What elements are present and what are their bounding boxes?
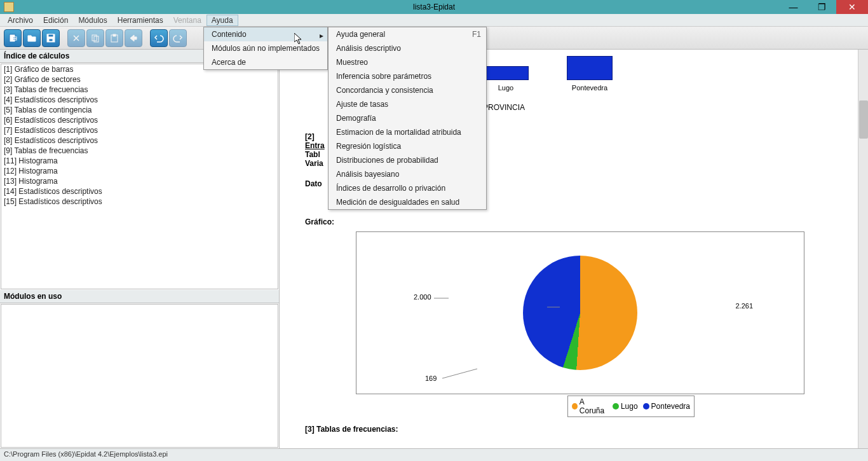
bar-lugo: [483, 66, 529, 80]
pie-chart-box: 2.000 2.261 169: [356, 231, 804, 394]
svg-line-11: [442, 369, 477, 378]
grafico-label: Gráfico:: [305, 217, 855, 226]
submenu-item[interactable]: Inferencia sobre parámetros: [329, 69, 486, 83]
pie-chart: [523, 256, 637, 370]
index-list[interactable]: [1] Gráfico de barras [2] Gráfico de sec…: [1, 64, 278, 289]
bar-label: Pontevedra: [572, 84, 607, 92]
scrollbar-thumb[interactable]: [859, 100, 868, 139]
submenu-item[interactable]: Distribuciones de probabilidad: [329, 153, 486, 167]
list-item[interactable]: [12] Histograma: [1, 166, 278, 176]
svg-rect-8: [113, 34, 116, 36]
legend-swatch-icon: [643, 403, 649, 409]
menu-herramientas[interactable]: Herramientas: [112, 15, 168, 26]
menu-ventana[interactable]: Ventana: [168, 15, 207, 26]
list-item[interactable]: [6] Estadísticos descriptivos: [1, 115, 278, 125]
pie-value-right: 2.261: [735, 302, 753, 310]
help-menu-dropdown: Contenido ▸ Módulos aún no implementados…: [203, 27, 328, 70]
pie-value-left: 2.000: [414, 293, 431, 301]
list-item[interactable]: [4] Estadísticos descriptivos: [1, 95, 278, 105]
left-panel: Índice de cálculos [1] Gráfico de barras…: [0, 50, 280, 448]
list-item[interactable]: [7] Estadísticos descriptivos: [1, 125, 278, 135]
menu-edicion[interactable]: Edición: [38, 15, 73, 26]
menu-ayuda[interactable]: Ayuda: [207, 15, 238, 26]
bar-label: Lugo: [498, 84, 513, 92]
list-item[interactable]: [8] Estadísticos descriptivos: [1, 135, 278, 146]
section-3-head: [3] Tablas de frecuencias:: [305, 425, 855, 434]
window-controls: — ❐ ✕: [779, 0, 868, 14]
vertical-scrollbar[interactable]: [858, 50, 868, 448]
modules-box[interactable]: [1, 304, 278, 448]
list-item[interactable]: [2] Gráfico de sectores: [1, 74, 278, 85]
svg-rect-4: [49, 39, 53, 41]
save-button[interactable]: [42, 29, 60, 47]
list-item[interactable]: [11] Histograma: [1, 156, 278, 166]
submenu-item[interactable]: Concordancia y consistencia: [329, 83, 486, 97]
list-item[interactable]: [9] Tablas de frecuencias: [1, 146, 278, 156]
menu-bar: Archivo Edición Módulos Herramientas Ven…: [0, 14, 868, 27]
list-item[interactable]: [5] Tablas de contingencia: [1, 105, 278, 115]
minimize-button[interactable]: —: [779, 0, 808, 14]
menu-item-modulos-no-impl[interactable]: Módulos aún no implementados: [204, 41, 327, 55]
list-item[interactable]: [3] Tablas de frecuencias: [1, 85, 278, 95]
copy-button[interactable]: [86, 29, 104, 47]
status-bar: C:\Program Files (x86)\Epidat 4.2\Ejempl…: [0, 448, 868, 461]
submenu-item[interactable]: Estimacion de la mortalidad atribuida: [329, 125, 486, 139]
submenu-item[interactable]: Demografía: [329, 111, 486, 125]
submenu-item[interactable]: Índices de desarrollo o privación: [329, 181, 486, 195]
close-button[interactable]: ✕: [836, 0, 868, 14]
contenido-submenu: Ayuda generalF1 Análisis descriptivo Mue…: [328, 27, 487, 210]
paste-button[interactable]: [105, 29, 123, 47]
submenu-item[interactable]: Medición de desigualdades en salud: [329, 195, 486, 209]
redo-button[interactable]: [169, 29, 187, 47]
list-item[interactable]: [15] Estadísticos descriptivos: [1, 196, 278, 207]
maximize-button[interactable]: ❐: [808, 0, 836, 14]
submenu-item[interactable]: Análisis descriptivo: [329, 41, 486, 55]
cut-button[interactable]: [67, 29, 85, 47]
menu-archivo[interactable]: Archivo: [3, 15, 38, 26]
svg-rect-3: [48, 34, 53, 37]
title-bar: lista3-Epidat — ❐ ✕: [0, 0, 868, 14]
list-item[interactable]: [14] Estadísticos descriptivos: [1, 186, 278, 196]
submenu-item[interactable]: Ayuda generalF1: [329, 27, 486, 41]
menu-item-contenido[interactable]: Contenido ▸: [204, 27, 327, 41]
submenu-item[interactable]: Regresión logística: [329, 139, 486, 153]
app-icon: [4, 2, 14, 12]
window-title: lista3-Epidat: [413, 3, 455, 11]
legend-swatch-icon: [572, 403, 578, 409]
open-button[interactable]: [23, 29, 41, 47]
submenu-item[interactable]: Análisis bayesiano: [329, 167, 486, 181]
modules-header: Módulos en uso: [0, 290, 279, 303]
bar-pontevedra: [567, 56, 613, 80]
legend-swatch-icon: [613, 403, 619, 409]
bar-chart-fragment: Lugo Pontevedra: [483, 56, 613, 92]
submenu-item[interactable]: Muestreo: [329, 55, 486, 69]
pie-legend: A Coruña Lugo Pontevedra: [567, 396, 695, 417]
menu-modulos[interactable]: Módulos: [73, 15, 112, 26]
pie-value-bottom: 169: [425, 375, 437, 382]
new-button[interactable]: [4, 29, 22, 47]
menu-item-acerca-de[interactable]: Acerca de: [204, 55, 327, 69]
axis-label: PROVINCIA: [483, 103, 525, 112]
list-item[interactable]: [13] Histograma: [1, 176, 278, 186]
submenu-item[interactable]: Ajuste de tasas: [329, 97, 486, 111]
undo-button[interactable]: [150, 29, 168, 47]
submenu-arrow-icon: ▸: [320, 31, 323, 40]
clear-button[interactable]: [125, 29, 142, 47]
